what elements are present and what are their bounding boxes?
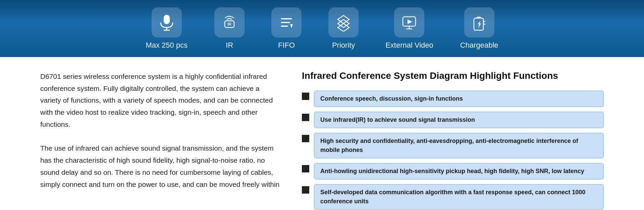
- description-para1: D6701 series wireless conference system …: [40, 70, 282, 130]
- main-content: D6701 series wireless conference system …: [0, 57, 644, 210]
- feature-max250: Max 250 pcs: [146, 7, 187, 50]
- feature-tag-4: Self-developed data communication algori…: [314, 184, 604, 210]
- feature-extvideo: External Video: [385, 7, 433, 50]
- fifo-label: FIFO: [278, 41, 295, 50]
- mic-icon: [158, 13, 176, 32]
- chargeable-label: Chargeable: [460, 41, 498, 50]
- ir-icon: IR: [220, 13, 238, 32]
- feature-ir: IR IR: [214, 7, 245, 50]
- description-para2: The use of infrared can achieve sound si…: [40, 142, 282, 190]
- list-item-4: Self-developed data communication algori…: [302, 184, 604, 210]
- extvideo-icon: [400, 13, 418, 32]
- feature-tag-2: High security and confidentiality, anti-…: [314, 133, 604, 158]
- feature-priority: Priority: [328, 7, 359, 50]
- list-item-0: Conference speech, discussion, sign-in f…: [302, 91, 604, 107]
- bullet-0: [302, 93, 309, 100]
- svg-rect-0: [164, 15, 170, 24]
- list-item-1: Use infrared(IR) to achieve sound signal…: [302, 112, 604, 128]
- right-column: Infrared Conference System Diagram Highl…: [302, 70, 604, 210]
- mic-icon-box: [152, 7, 182, 38]
- svg-text:IR: IR: [228, 22, 231, 26]
- bullet-2: [302, 135, 309, 142]
- svg-marker-8: [290, 24, 293, 28]
- highlight-title: Infrared Conference System Diagram Highl…: [302, 70, 604, 81]
- top-banner: Max 250 pcs IR IR: [0, 0, 644, 57]
- left-column: D6701 series wireless conference system …: [40, 70, 282, 210]
- ir-label: IR: [226, 41, 233, 50]
- chargeable-icon-box: [464, 7, 494, 38]
- list-item-3: Anti-howling unidirectional high-sensiti…: [302, 163, 604, 179]
- max250-label: Max 250 pcs: [146, 41, 187, 50]
- extvideo-icon-box: [394, 7, 424, 38]
- feature-fifo: FIFO: [271, 7, 302, 50]
- feature-tag-1: Use infrared(IR) to achieve sound signal…: [314, 112, 604, 128]
- priority-icon-box: [328, 7, 359, 38]
- bullet-1: [302, 114, 309, 121]
- list-item-2: High security and confidentiality, anti-…: [302, 133, 604, 158]
- chargeable-icon: [470, 13, 488, 32]
- bullet-3: [302, 165, 309, 172]
- priority-label: Priority: [332, 41, 355, 50]
- feature-tag-0: Conference speech, discussion, sign-in f…: [314, 91, 604, 107]
- svg-marker-13: [408, 19, 412, 24]
- feature-tag-3: Anti-howling unidirectional high-sensiti…: [314, 163, 604, 179]
- svg-marker-18: [478, 21, 481, 28]
- priority-icon: [334, 13, 353, 32]
- svg-rect-17: [477, 17, 481, 18]
- fifo-icon-box: [271, 7, 302, 38]
- extvideo-label: External Video: [385, 41, 433, 50]
- fifo-icon: [277, 13, 296, 32]
- feature-list: Conference speech, discussion, sign-in f…: [302, 91, 604, 210]
- bullet-4: [302, 186, 309, 194]
- ir-icon-box: IR: [214, 7, 245, 38]
- feature-chargeable: Chargeable: [460, 7, 498, 50]
